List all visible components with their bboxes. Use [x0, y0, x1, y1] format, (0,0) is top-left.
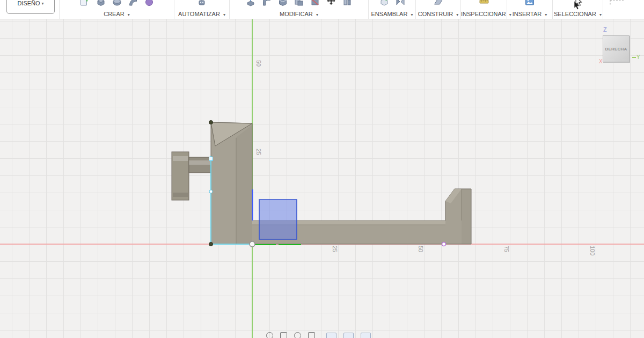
construct-icons-row: [416, 0, 460, 7]
menu-construct[interactable]: CONSTRUIR ▾: [416, 11, 460, 17]
move-button[interactable]: [326, 0, 336, 7]
shell-button[interactable]: [277, 0, 288, 7]
toolbar-group-automate: AUTOMATIZAR ▾: [174, 0, 230, 19]
origin-point[interactable]: [250, 241, 255, 247]
grid-settings-icon[interactable]: [343, 333, 354, 338]
combine-button[interactable]: [294, 0, 304, 7]
select-button[interactable]: [573, 0, 583, 7]
grid-label-h25: 25: [332, 246, 338, 252]
grid-label-h50: 50: [418, 246, 424, 252]
joint-button[interactable]: [395, 0, 406, 7]
grid-label-v50: 50: [255, 60, 262, 67]
model-body[interactable]: [172, 122, 471, 244]
fit-icon[interactable]: [308, 332, 315, 338]
revolve-button[interactable]: [112, 0, 122, 7]
viewcube-face-right[interactable]: DERECHA: [603, 35, 630, 62]
design-menu-label: DISEÑO: [17, 0, 40, 6]
selection-box[interactable]: [259, 200, 297, 239]
pan-icon[interactable]: [280, 332, 287, 338]
measure-button[interactable]: [479, 0, 489, 7]
press-pull-icon: [245, 0, 256, 7]
create-sketch-button[interactable]: [79, 0, 90, 7]
automate-icons-row: [174, 0, 229, 7]
insert-image-button[interactable]: [524, 0, 535, 7]
design-menu-area: DISEÑO ▾: [0, 0, 60, 19]
extrude-icon: [96, 0, 106, 7]
model-3d-view[interactable]: [0, 19, 644, 338]
dropdown-arrow-icon: ▾: [456, 12, 458, 17]
shell-icon: [277, 0, 288, 7]
press-pull-button[interactable]: [245, 0, 256, 7]
navigation-toolbar: [266, 332, 371, 338]
grid-label-v25: 25: [255, 149, 262, 155]
display-settings-icon[interactable]: [326, 333, 336, 338]
menu-modify-label: MODIFICAR: [280, 11, 313, 17]
modify-icons-row: [230, 0, 368, 7]
align-button[interactable]: [342, 0, 353, 7]
menu-automate-label: AUTOMATIZAR: [178, 11, 220, 17]
design-menu-button[interactable]: DISEÑO ▾: [6, 0, 55, 14]
fillet-button[interactable]: [261, 0, 272, 7]
orbit-icon[interactable]: [266, 332, 273, 338]
combine-icon: [294, 0, 304, 7]
zoom-icon[interactable]: [294, 332, 301, 338]
menu-automate[interactable]: AUTOMATIZAR ▾: [174, 11, 229, 17]
toolbar: DISEÑO ▾ CREAR ▾ AUTOMATIZ: [0, 0, 644, 19]
fillet-icon: [261, 0, 272, 7]
dropdown-arrow-icon: ▾: [223, 12, 225, 17]
dropdown-arrow-icon: ▾: [128, 12, 130, 17]
viewports-icon[interactable]: [361, 333, 371, 338]
dropdown-arrow-icon: ▾: [599, 12, 602, 17]
menu-assemble-label: ENSAMBLAR: [371, 11, 408, 17]
sketch-point[interactable]: [442, 243, 446, 246]
viewcube-axis-y: Y: [632, 54, 640, 60]
toolbar-group-assemble: ENSAMBLAR ▾: [369, 0, 416, 19]
cylinder-shaft[interactable]: [189, 157, 211, 173]
select-cursor-icon: [573, 0, 583, 7]
viewport-canvas[interactable]: 50 25 25 50 75 100 Z DERECHA Y X: [0, 19, 644, 338]
create-sketch-icon: [79, 0, 90, 7]
toolbar-group-inspect: INSPECCIONAR ▾: [461, 0, 507, 19]
toolbar-group-insert: INSERTAR ▾: [507, 0, 553, 19]
menu-modify[interactable]: MODIFICAR ▾: [230, 11, 368, 17]
midpoint-marker[interactable]: [209, 157, 213, 161]
extrude-button[interactable]: [96, 0, 106, 7]
construct-plane-button[interactable]: [433, 0, 444, 7]
split-icon: [310, 0, 320, 7]
fusion-window: DISEÑO ▾ CREAR ▾ AUTOMATIZ: [0, 0, 644, 338]
grid-label-h100: 100: [589, 246, 596, 255]
sketch-point[interactable]: [209, 243, 213, 246]
move-icon: [326, 0, 336, 7]
menu-select-label: SELECCIONAR: [554, 11, 596, 17]
grid-label-h75: 75: [503, 246, 510, 252]
automate-button[interactable]: [196, 0, 207, 7]
create-icons-row: [60, 0, 174, 7]
menu-construct-label: CONSTRUIR: [418, 11, 453, 17]
measure-icon: [479, 0, 489, 7]
align-icon: [342, 0, 353, 7]
toolbar-group-construct: CONSTRUIR ▾: [416, 0, 461, 19]
new-component-icon: [379, 0, 390, 7]
menu-assemble[interactable]: ENSAMBLAR ▾: [369, 11, 415, 17]
sweep-icon: [128, 0, 138, 7]
menu-create-label: CREAR: [104, 11, 125, 17]
dropdown-arrow-icon: ▾: [545, 12, 547, 17]
split-button[interactable]: [310, 0, 320, 7]
form-button[interactable]: [144, 0, 155, 7]
toolbar-group-modify: MODIFICAR ▾: [230, 0, 369, 19]
joint-icon: [395, 0, 406, 7]
y-axis-tick: [632, 57, 636, 58]
revolve-icon: [112, 0, 122, 7]
sketch-point[interactable]: [209, 190, 213, 193]
menu-inspect[interactable]: INSPECCIONAR ▾: [461, 11, 507, 17]
new-component-button[interactable]: [379, 0, 390, 7]
sweep-button[interactable]: [128, 0, 138, 7]
menu-insert[interactable]: INSERTAR ▾: [507, 11, 552, 17]
sketch-point[interactable]: [209, 121, 213, 124]
viewcube[interactable]: Z DERECHA Y X: [595, 24, 644, 68]
menu-create[interactable]: CREAR ▾: [60, 11, 174, 17]
insert-icons-row: [507, 0, 552, 7]
select-icons-row: [553, 0, 603, 7]
toolbar-group-create: CREAR ▾: [60, 0, 174, 19]
menu-select[interactable]: SELECCIONAR ▾: [553, 11, 603, 17]
